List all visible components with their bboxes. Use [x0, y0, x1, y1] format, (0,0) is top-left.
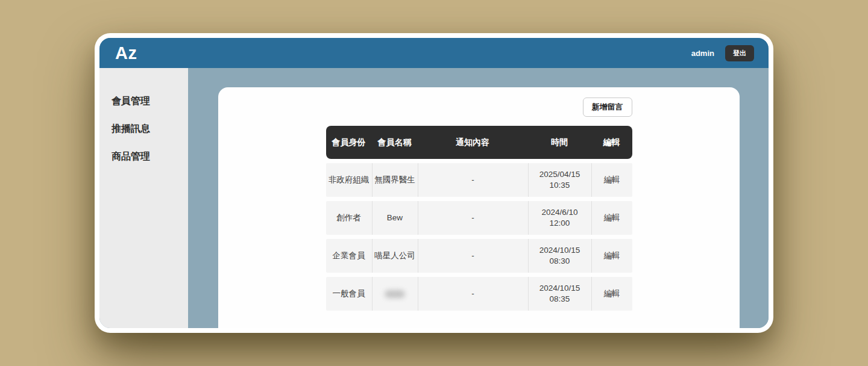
- column-header-time: 時間: [528, 126, 591, 159]
- table-row: 非政府組織 無國界醫生 - 2025/04/15 10:35 編輯: [326, 163, 632, 197]
- app-window: Az admin 登出 會員管理 推播訊息 商品管理 新增留言: [95, 33, 773, 333]
- member-name-cell: 喵星人公司: [372, 239, 418, 273]
- add-message-button[interactable]: 新增留言: [583, 98, 632, 117]
- username-label: admin: [691, 49, 714, 58]
- time-cell: 2024/10/15 08:35: [528, 277, 591, 311]
- sidebar-item-product-management[interactable]: 商品管理: [99, 143, 188, 170]
- column-header-notification-content: 通知內容: [418, 126, 528, 159]
- table-header-row: 會員身份 會員名稱 通知內容 時間 編輯: [326, 126, 632, 159]
- content-card: 新增留言 會員身份 會員名稱 通知內容 時間 編輯 非政府組織 無國界醫生 -: [218, 87, 740, 328]
- notification-content-cell: -: [418, 201, 528, 235]
- app-body: 會員管理 推播訊息 商品管理 新增留言 會員身份 會員名稱: [99, 68, 769, 328]
- edit-link[interactable]: 編輯: [591, 201, 632, 235]
- edit-link[interactable]: 編輯: [591, 239, 632, 273]
- redacted-name-blob: [385, 290, 405, 298]
- member-identity-cell: 非政府組織: [326, 163, 372, 197]
- main-area: 新增留言 會員身份 會員名稱 通知內容 時間 編輯 非政府組織 無國界醫生 -: [188, 68, 769, 328]
- time-text: 10:35: [550, 180, 570, 191]
- app-logo: Az: [115, 43, 137, 63]
- topbar-right: admin 登出: [691, 45, 754, 61]
- sidebar-item-push-messages[interactable]: 推播訊息: [99, 115, 188, 143]
- time-cell: 2025/04/15 10:35: [528, 163, 591, 197]
- time-cell: 2024/6/10 12:00: [528, 201, 591, 235]
- date-text: 2025/04/15: [539, 169, 580, 180]
- date-text: 2024/10/15: [539, 283, 580, 294]
- time-cell: 2024/10/15 08:30: [528, 239, 591, 273]
- member-identity-cell: 企業會員: [326, 239, 372, 273]
- table-row: 一般會員 - 2024/10/15 08:35 編輯: [326, 277, 632, 311]
- notification-content-cell: -: [418, 239, 528, 273]
- table-body: 非政府組織 無國界醫生 - 2025/04/15 10:35 編輯 創作者 Be…: [326, 163, 632, 311]
- logout-button[interactable]: 登出: [725, 45, 754, 61]
- time-text: 12:00: [550, 218, 570, 229]
- member-name-cell: Bew: [372, 201, 418, 235]
- column-header-edit: 編輯: [591, 126, 632, 159]
- column-header-member-identity: 會員身份: [326, 126, 372, 159]
- date-text: 2024/6/10: [541, 207, 577, 218]
- app-frame: Az admin 登出 會員管理 推播訊息 商品管理 新增留言: [99, 38, 769, 328]
- page-background: Az admin 登出 會員管理 推播訊息 商品管理 新增留言: [0, 0, 868, 366]
- member-name-cell: 無國界醫生: [372, 163, 418, 197]
- top-bar: Az admin 登出: [99, 38, 769, 68]
- sidebar-item-member-management[interactable]: 會員管理: [99, 87, 188, 115]
- table-row: 企業會員 喵星人公司 - 2024/10/15 08:30 編輯: [326, 239, 632, 273]
- member-name-cell: [372, 277, 418, 311]
- table-row: 創作者 Bew - 2024/6/10 12:00 編輯: [326, 201, 632, 235]
- table-area: 新增留言 會員身份 會員名稱 通知內容 時間 編輯 非政府組織 無國界醫生 -: [326, 98, 632, 311]
- time-text: 08:35: [550, 294, 570, 305]
- toolbar: 新增留言: [326, 98, 632, 117]
- edit-link[interactable]: 編輯: [591, 163, 632, 197]
- notification-content-cell: -: [418, 163, 528, 197]
- member-identity-cell: 創作者: [326, 201, 372, 235]
- sidebar: 會員管理 推播訊息 商品管理: [99, 68, 188, 328]
- time-text: 08:30: [550, 256, 570, 267]
- column-header-member-name: 會員名稱: [372, 126, 418, 159]
- member-identity-cell: 一般會員: [326, 277, 372, 311]
- notification-content-cell: -: [418, 277, 528, 311]
- date-text: 2024/10/15: [539, 245, 580, 256]
- edit-link[interactable]: 編輯: [591, 277, 632, 311]
